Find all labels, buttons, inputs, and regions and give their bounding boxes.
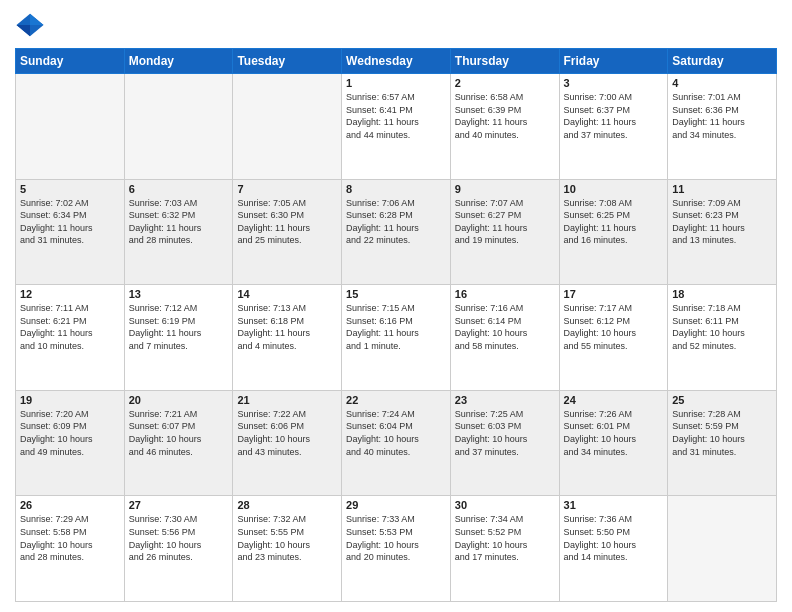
- day-info: Sunrise: 7:11 AM Sunset: 6:21 PM Dayligh…: [20, 302, 120, 352]
- svg-marker-1: [30, 14, 44, 25]
- calendar-day-cell: 3Sunrise: 7:00 AM Sunset: 6:37 PM Daylig…: [559, 74, 668, 180]
- day-info: Sunrise: 7:32 AM Sunset: 5:55 PM Dayligh…: [237, 513, 337, 563]
- day-info: Sunrise: 7:30 AM Sunset: 5:56 PM Dayligh…: [129, 513, 229, 563]
- day-number: 28: [237, 499, 337, 511]
- calendar-header-row: SundayMondayTuesdayWednesdayThursdayFrid…: [16, 49, 777, 74]
- day-info: Sunrise: 7:33 AM Sunset: 5:53 PM Dayligh…: [346, 513, 446, 563]
- calendar-day-header: Sunday: [16, 49, 125, 74]
- calendar-day-cell: 17Sunrise: 7:17 AM Sunset: 6:12 PM Dayli…: [559, 285, 668, 391]
- calendar-day-cell: 28Sunrise: 7:32 AM Sunset: 5:55 PM Dayli…: [233, 496, 342, 602]
- day-info: Sunrise: 7:12 AM Sunset: 6:19 PM Dayligh…: [129, 302, 229, 352]
- day-info: Sunrise: 7:02 AM Sunset: 6:34 PM Dayligh…: [20, 197, 120, 247]
- day-number: 25: [672, 394, 772, 406]
- calendar-day-cell: [233, 74, 342, 180]
- day-info: Sunrise: 7:15 AM Sunset: 6:16 PM Dayligh…: [346, 302, 446, 352]
- calendar-day-cell: 23Sunrise: 7:25 AM Sunset: 6:03 PM Dayli…: [450, 390, 559, 496]
- calendar-day-cell: 2Sunrise: 6:58 AM Sunset: 6:39 PM Daylig…: [450, 74, 559, 180]
- calendar-day-cell: 19Sunrise: 7:20 AM Sunset: 6:09 PM Dayli…: [16, 390, 125, 496]
- day-info: Sunrise: 7:00 AM Sunset: 6:37 PM Dayligh…: [564, 91, 664, 141]
- calendar-day-header: Saturday: [668, 49, 777, 74]
- calendar-day-cell: 4Sunrise: 7:01 AM Sunset: 6:36 PM Daylig…: [668, 74, 777, 180]
- calendar-day-cell: 1Sunrise: 6:57 AM Sunset: 6:41 PM Daylig…: [342, 74, 451, 180]
- calendar-day-cell: 27Sunrise: 7:30 AM Sunset: 5:56 PM Dayli…: [124, 496, 233, 602]
- day-number: 2: [455, 77, 555, 89]
- day-number: 31: [564, 499, 664, 511]
- calendar-day-header: Tuesday: [233, 49, 342, 74]
- calendar-day-cell: 5Sunrise: 7:02 AM Sunset: 6:34 PM Daylig…: [16, 179, 125, 285]
- day-number: 8: [346, 183, 446, 195]
- day-info: Sunrise: 7:29 AM Sunset: 5:58 PM Dayligh…: [20, 513, 120, 563]
- header: [15, 10, 777, 40]
- day-info: Sunrise: 7:03 AM Sunset: 6:32 PM Dayligh…: [129, 197, 229, 247]
- logo: [15, 10, 49, 40]
- day-info: Sunrise: 7:34 AM Sunset: 5:52 PM Dayligh…: [455, 513, 555, 563]
- calendar-day-header: Monday: [124, 49, 233, 74]
- day-info: Sunrise: 7:24 AM Sunset: 6:04 PM Dayligh…: [346, 408, 446, 458]
- day-number: 19: [20, 394, 120, 406]
- day-info: Sunrise: 7:26 AM Sunset: 6:01 PM Dayligh…: [564, 408, 664, 458]
- calendar-day-cell: 20Sunrise: 7:21 AM Sunset: 6:07 PM Dayli…: [124, 390, 233, 496]
- day-number: 14: [237, 288, 337, 300]
- day-number: 4: [672, 77, 772, 89]
- day-number: 24: [564, 394, 664, 406]
- logo-icon: [15, 10, 45, 40]
- calendar-week-row: 5Sunrise: 7:02 AM Sunset: 6:34 PM Daylig…: [16, 179, 777, 285]
- calendar-day-cell: 13Sunrise: 7:12 AM Sunset: 6:19 PM Dayli…: [124, 285, 233, 391]
- day-info: Sunrise: 7:01 AM Sunset: 6:36 PM Dayligh…: [672, 91, 772, 141]
- calendar-day-header: Wednesday: [342, 49, 451, 74]
- calendar-day-cell: 25Sunrise: 7:28 AM Sunset: 5:59 PM Dayli…: [668, 390, 777, 496]
- day-number: 10: [564, 183, 664, 195]
- calendar-day-cell: 14Sunrise: 7:13 AM Sunset: 6:18 PM Dayli…: [233, 285, 342, 391]
- calendar-week-row: 1Sunrise: 6:57 AM Sunset: 6:41 PM Daylig…: [16, 74, 777, 180]
- day-number: 17: [564, 288, 664, 300]
- day-info: Sunrise: 7:16 AM Sunset: 6:14 PM Dayligh…: [455, 302, 555, 352]
- page: SundayMondayTuesdayWednesdayThursdayFrid…: [0, 0, 792, 612]
- calendar-day-cell: 7Sunrise: 7:05 AM Sunset: 6:30 PM Daylig…: [233, 179, 342, 285]
- day-info: Sunrise: 7:06 AM Sunset: 6:28 PM Dayligh…: [346, 197, 446, 247]
- day-number: 11: [672, 183, 772, 195]
- day-info: Sunrise: 6:57 AM Sunset: 6:41 PM Dayligh…: [346, 91, 446, 141]
- calendar-day-cell: 18Sunrise: 7:18 AM Sunset: 6:11 PM Dayli…: [668, 285, 777, 391]
- day-info: Sunrise: 7:13 AM Sunset: 6:18 PM Dayligh…: [237, 302, 337, 352]
- day-info: Sunrise: 7:28 AM Sunset: 5:59 PM Dayligh…: [672, 408, 772, 458]
- day-number: 7: [237, 183, 337, 195]
- day-info: Sunrise: 7:22 AM Sunset: 6:06 PM Dayligh…: [237, 408, 337, 458]
- calendar-week-row: 26Sunrise: 7:29 AM Sunset: 5:58 PM Dayli…: [16, 496, 777, 602]
- svg-marker-2: [17, 25, 31, 36]
- calendar-day-cell: 30Sunrise: 7:34 AM Sunset: 5:52 PM Dayli…: [450, 496, 559, 602]
- day-number: 29: [346, 499, 446, 511]
- day-info: Sunrise: 7:17 AM Sunset: 6:12 PM Dayligh…: [564, 302, 664, 352]
- day-info: Sunrise: 6:58 AM Sunset: 6:39 PM Dayligh…: [455, 91, 555, 141]
- day-number: 18: [672, 288, 772, 300]
- calendar-week-row: 12Sunrise: 7:11 AM Sunset: 6:21 PM Dayli…: [16, 285, 777, 391]
- day-number: 12: [20, 288, 120, 300]
- calendar-day-cell: 6Sunrise: 7:03 AM Sunset: 6:32 PM Daylig…: [124, 179, 233, 285]
- calendar-day-cell: 21Sunrise: 7:22 AM Sunset: 6:06 PM Dayli…: [233, 390, 342, 496]
- day-number: 15: [346, 288, 446, 300]
- calendar-day-cell: 29Sunrise: 7:33 AM Sunset: 5:53 PM Dayli…: [342, 496, 451, 602]
- calendar-week-row: 19Sunrise: 7:20 AM Sunset: 6:09 PM Dayli…: [16, 390, 777, 496]
- day-info: Sunrise: 7:08 AM Sunset: 6:25 PM Dayligh…: [564, 197, 664, 247]
- calendar-day-header: Thursday: [450, 49, 559, 74]
- day-info: Sunrise: 7:07 AM Sunset: 6:27 PM Dayligh…: [455, 197, 555, 247]
- day-info: Sunrise: 7:18 AM Sunset: 6:11 PM Dayligh…: [672, 302, 772, 352]
- calendar-day-cell: 9Sunrise: 7:07 AM Sunset: 6:27 PM Daylig…: [450, 179, 559, 285]
- day-number: 5: [20, 183, 120, 195]
- day-info: Sunrise: 7:21 AM Sunset: 6:07 PM Dayligh…: [129, 408, 229, 458]
- calendar-day-cell: 8Sunrise: 7:06 AM Sunset: 6:28 PM Daylig…: [342, 179, 451, 285]
- calendar-day-cell: 10Sunrise: 7:08 AM Sunset: 6:25 PM Dayli…: [559, 179, 668, 285]
- day-number: 13: [129, 288, 229, 300]
- day-info: Sunrise: 7:09 AM Sunset: 6:23 PM Dayligh…: [672, 197, 772, 247]
- day-number: 1: [346, 77, 446, 89]
- calendar-day-cell: 26Sunrise: 7:29 AM Sunset: 5:58 PM Dayli…: [16, 496, 125, 602]
- day-number: 6: [129, 183, 229, 195]
- day-number: 30: [455, 499, 555, 511]
- calendar-day-header: Friday: [559, 49, 668, 74]
- day-info: Sunrise: 7:20 AM Sunset: 6:09 PM Dayligh…: [20, 408, 120, 458]
- day-info: Sunrise: 7:36 AM Sunset: 5:50 PM Dayligh…: [564, 513, 664, 563]
- calendar-day-cell: [124, 74, 233, 180]
- calendar-day-cell: [16, 74, 125, 180]
- calendar-day-cell: 12Sunrise: 7:11 AM Sunset: 6:21 PM Dayli…: [16, 285, 125, 391]
- day-info: Sunrise: 7:05 AM Sunset: 6:30 PM Dayligh…: [237, 197, 337, 247]
- day-number: 9: [455, 183, 555, 195]
